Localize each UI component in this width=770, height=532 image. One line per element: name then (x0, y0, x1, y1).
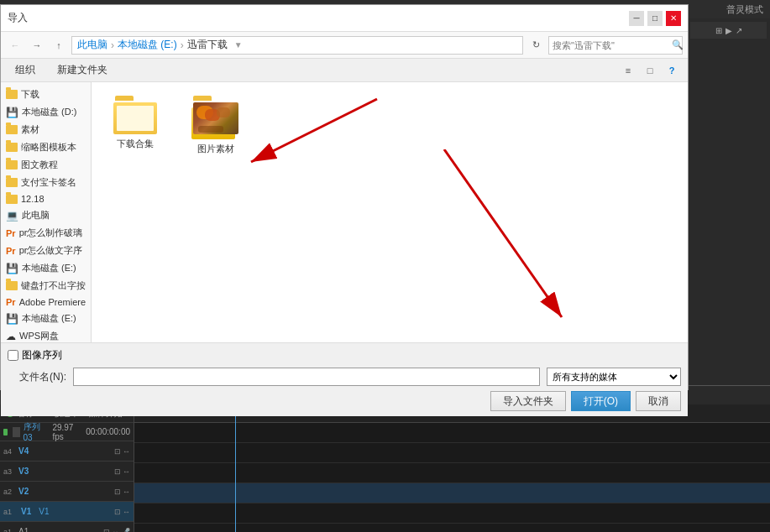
a2-content (134, 524, 770, 532)
image-sequence-label[interactable]: 图像序列 (22, 348, 62, 362)
preview-icon: □ (647, 65, 653, 76)
up-button[interactable]: ↑ (50, 36, 68, 55)
a1-content (134, 503, 770, 524)
drive-icon-e2: 💾 (6, 263, 18, 274)
sidebar-label-drive-e2: 本地磁盘 (E:) (22, 262, 76, 274)
v4-ctrl-1[interactable]: ⊡ (114, 447, 121, 456)
sidebar-item-wps-netdisk[interactable]: ☁ WPS网盘 (1, 327, 91, 342)
v4-ctrl-2[interactable]: ↔ (123, 447, 130, 456)
sidebar-item-alipay[interactable]: 支付宝卡签名 (1, 174, 91, 191)
drive-icon-d: 💾 (6, 107, 18, 118)
breadcrumb-xunlei[interactable]: 迅雷下载 (187, 38, 228, 52)
sep-2: › (181, 39, 184, 51)
sidebar-label-1218: 12.18 (21, 194, 45, 204)
folder-inner-1 (117, 106, 154, 131)
track-content-area: 00:00 (134, 404, 770, 532)
folder-tab-2 (193, 96, 212, 101)
file-item-downloads-collection[interactable]: 下载合集 (105, 96, 165, 150)
titlebar-controls: ─ □ ✕ (629, 11, 681, 26)
organize-button[interactable]: 组织 (8, 61, 43, 80)
sidebar-item-1218[interactable]: 12.18 (1, 191, 91, 206)
maximize-button[interactable]: □ (647, 11, 663, 26)
search-box: 🔍 (548, 36, 683, 55)
back-button[interactable]: ← (6, 36, 24, 55)
folder-icon-large-1 (113, 96, 157, 134)
sidebar-item-downloads[interactable]: 下载 (1, 86, 91, 103)
sidebar-item-tutorial[interactable]: 图文教程 (1, 156, 91, 174)
import-folder-button[interactable]: 导入文件夹 (490, 391, 566, 411)
cancel-button[interactable]: 取消 (636, 391, 681, 411)
a1-ctrl-2[interactable]: ↔ (112, 528, 119, 533)
sidebar-label-thumb: 缩略图模板本 (21, 141, 76, 154)
folder-tab-1 (115, 96, 134, 101)
view-mode-button[interactable]: ≡ (619, 61, 637, 80)
pr-icon-3: Pr (6, 297, 16, 307)
track-v1-label-small: a1 (3, 508, 15, 516)
forward-button[interactable]: → (28, 36, 46, 55)
sequence-row[interactable]: 序列 03 29.97 fps 00:00:00:00 (0, 423, 134, 441)
sidebar-item-keyboard[interactable]: 键盘打不出字按 (1, 277, 91, 295)
v1-ctrl-2[interactable]: ↔ (123, 508, 130, 516)
v2-ctrl-2[interactable]: ↔ (123, 488, 130, 496)
workspace-label: 普灵模式 (726, 3, 763, 16)
sidebar-item-drive-d[interactable]: 💾 本地磁盘 (D:) (1, 103, 91, 121)
breadcrumb-drive-e[interactable]: 本地磁盘 (E:) (118, 38, 177, 52)
sidebar-item-drive-e-3[interactable]: 💾 本地磁盘 (E:) (1, 310, 91, 327)
sidebar-label-keyboard: 键盘打不出字按 (21, 279, 86, 292)
sidebar-label-drive-e3: 本地磁盘 (E:) (22, 312, 76, 325)
sequence-framerate: 29.97 fps (52, 423, 76, 441)
content-area: 下载 💾 本地磁盘 (D:) 素材 缩略图模板本 图文教程 支付宝卡签名 (1, 82, 688, 342)
filename-input[interactable] (73, 368, 540, 386)
breadcrumb[interactable]: 此电脑 › 本地磁盘 (E:) › 迅雷下载 ▼ (71, 36, 523, 55)
track-v2-label: a2 (3, 488, 15, 496)
v1-controls: ⊡ ↔ (114, 508, 130, 516)
sidebar-item-thumbnail-template[interactable]: 缩略图模板本 (1, 138, 91, 156)
seq-indicator (3, 429, 8, 436)
sidebar-item-pr-glass[interactable]: Pr pr怎么制作破璃 (1, 224, 91, 242)
v1-ctrl-1[interactable]: ⊡ (114, 508, 121, 516)
image-sequence-checkbox[interactable] (8, 350, 18, 361)
file-item-image-materials[interactable]: 图片素材 (186, 96, 246, 155)
help-button[interactable]: ? (663, 61, 681, 80)
sidebar-item-drive-e-2[interactable]: 💾 本地磁盘 (E:) (1, 259, 91, 277)
right-panel-icons: ⊞ ▶ ↗ (690, 22, 767, 39)
new-folder-button[interactable]: 新建文件夹 (50, 61, 115, 80)
close-button[interactable]: ✕ (666, 11, 681, 26)
folder-icon-downloads (6, 90, 18, 99)
annotation-arrow-2 (394, 149, 629, 368)
refresh-button[interactable]: ↻ (526, 36, 545, 55)
sidebar-item-this-pc[interactable]: 💻 此电脑 (1, 206, 91, 224)
v4-content (134, 423, 770, 443)
minimize-button[interactable]: ─ (629, 11, 644, 26)
track-v3-name: V3 (18, 467, 29, 476)
search-input[interactable] (553, 40, 668, 50)
folder-icon-thumb (6, 143, 18, 152)
seq-type-icon (13, 427, 19, 437)
drive-icon-e3: 💾 (6, 313, 18, 325)
v3-ctrl-2[interactable]: ↔ (123, 467, 130, 476)
breadcrumb-this-pc[interactable]: 此电脑 (77, 38, 107, 52)
a1-ctrl-1[interactable]: ⊡ (103, 528, 110, 533)
breadcrumb-end-btn[interactable]: ▼ (234, 40, 243, 50)
folder-icon-1218 (6, 195, 18, 204)
pr-icon-2: Pr (6, 246, 16, 256)
track-labels: 名称 帧速率 媒体开始 序列 03 29.97 fps 00:00:00:00 … (0, 404, 134, 532)
right-panel-content: ⊞ ▶ ↗ (687, 18, 770, 44)
playhead (235, 404, 236, 532)
sidebar-label-this-pc: 此电脑 (22, 209, 50, 222)
sidebar-label-wps: WPS网盘 (19, 330, 59, 342)
sidebar: 下载 💾 本地磁盘 (D:) 素材 缩略图模板本 图文教程 支付宝卡签名 (1, 82, 92, 342)
checkbox-row: 图像序列 (8, 348, 681, 362)
sidebar-item-sucai[interactable]: 素材 (1, 121, 91, 138)
open-button[interactable]: 打开(O) (571, 391, 631, 411)
folder-icon-alipay (6, 178, 18, 187)
filetype-select[interactable]: 所有支持的媒体 (547, 368, 681, 386)
sidebar-item-adobe-premiere[interactable]: Pr Adobe Premiere (1, 295, 91, 310)
v3-ctrl-1[interactable]: ⊡ (114, 467, 121, 476)
sequence-name: 序列 03 (24, 421, 43, 442)
v2-ctrl-1[interactable]: ⊡ (114, 488, 121, 496)
a1-ctrl-3[interactable]: 🎤 (121, 528, 130, 533)
panel-icon-1: ⊞ (715, 26, 722, 35)
sidebar-item-pr-text[interactable]: Pr pr怎么做文字序 (1, 242, 91, 259)
preview-button[interactable]: □ (641, 61, 659, 80)
